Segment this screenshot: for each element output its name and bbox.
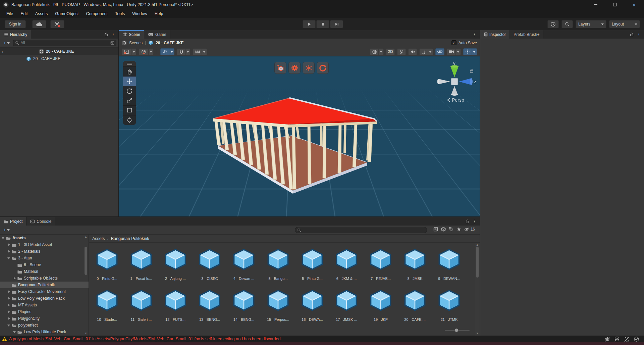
hierarchy-item[interactable]: 20 - CAFE JKE: [0, 55, 118, 62]
auto-refresh-disabled-icon[interactable]: [624, 336, 630, 342]
camera-settings-dropdown[interactable]: [456, 48, 461, 55]
tree-item[interactable]: 6 - Scene: [0, 261, 89, 268]
tree-item[interactable]: Scriptable ObJects: [0, 275, 89, 282]
asset-item[interactable]: 5 - Bangu...: [261, 248, 295, 289]
hidden-packages-toggle[interactable]: 16: [464, 227, 475, 232]
grid-visibility-button[interactable]: [160, 48, 169, 55]
cloud-button[interactable]: [32, 20, 46, 28]
chevron-left-icon[interactable]: ‹: [2, 49, 3, 54]
checkbox-checked-icon[interactable]: ✓: [451, 40, 457, 45]
asset-item[interactable]: 11 - Galeri ...: [124, 289, 158, 330]
gizmos-dropdown[interactable]: [472, 48, 477, 55]
lock-icon[interactable]: [630, 32, 634, 37]
scale-tool[interactable]: [123, 96, 136, 105]
tab-hierarchy[interactable]: Hierarchy: [0, 30, 31, 39]
favorites-star-icon[interactable]: [457, 227, 461, 232]
asset-item[interactable]: 19 - JKP: [364, 289, 398, 330]
overlay-drag-handle[interactable]: [123, 61, 136, 66]
tool-handle-position-dropdown[interactable]: [131, 48, 137, 55]
kebab-menu-icon[interactable]: ⋮: [111, 32, 115, 37]
settings-gear-button[interactable]: [288, 62, 301, 74]
debugger-detached-icon[interactable]: [604, 336, 610, 342]
lock-icon[interactable]: [466, 219, 469, 224]
tool-handle-rotation-button[interactable]: [139, 48, 149, 55]
grid-snapping-button[interactable]: [177, 48, 185, 55]
gizmos-button[interactable]: [463, 48, 472, 55]
scene-header-row[interactable]: ‹ 20 - CAFE JKE: [0, 48, 118, 55]
asset-item[interactable]: 17 - JMSK ...: [329, 289, 364, 330]
asset-item[interactable]: 12 - FUTS...: [158, 289, 193, 330]
asset-item[interactable]: 1 - Pusat Is...: [124, 248, 158, 289]
axis-down-cone[interactable]: [451, 86, 458, 95]
camera-settings-button[interactable]: [447, 48, 456, 55]
asset-item[interactable]: 10 - Stude...: [90, 289, 124, 330]
axis-x-cone[interactable]: [438, 79, 450, 84]
transform-tool[interactable]: [123, 115, 136, 125]
kebab-menu-icon[interactable]: ⋮: [472, 219, 477, 224]
tree-item-assets[interactable]: Assets: [0, 235, 89, 241]
label-tag-icon[interactable]: [449, 227, 453, 232]
tree-item[interactable]: 3 - Atan: [0, 255, 89, 261]
tree-item[interactable]: MT Assets: [0, 302, 89, 308]
minimize-button[interactable]: [586, 0, 605, 9]
grid-snapping-dropdown[interactable]: [185, 48, 191, 55]
asset-item[interactable]: 15 - Perpus...: [261, 289, 295, 330]
kebab-menu-icon[interactable]: ⋮: [472, 32, 477, 37]
effects-button[interactable]: [419, 48, 428, 55]
asset-item[interactable]: 7 - PEJAB...: [364, 248, 398, 289]
status-message[interactable]: A polygon of Mesh 'SM_Veh_Car_Small_01' …: [9, 337, 282, 341]
step-button[interactable]: [330, 20, 343, 28]
breadcrumb-scenes[interactable]: Scenes: [129, 41, 143, 45]
cache-server-disconnected-icon[interactable]: [614, 336, 620, 342]
tree-item[interactable]: 1 - 3D Model Asset: [0, 241, 89, 248]
snap-increment-dropdown[interactable]: [202, 48, 207, 55]
tab-inspector[interactable]: Inspector: [480, 30, 510, 39]
random-rotation-button[interactable]: [303, 62, 315, 74]
building-model[interactable]: [119, 56, 480, 216]
tool-handle-rotation-dropdown[interactable]: [149, 48, 154, 55]
breadcrumb-assets[interactable]: Assets: [92, 236, 105, 241]
auto-save-toggle[interactable]: ✓ Auto Save: [451, 40, 477, 45]
hidden-objects-button[interactable]: [435, 48, 444, 55]
scene-viewport[interactable]: y z Persp: [119, 56, 480, 216]
close-button[interactable]: ×: [625, 0, 644, 9]
asset-item[interactable]: 8 - JMSK: [398, 248, 432, 289]
projection-toggle[interactable]: Persp: [434, 97, 477, 103]
effects-dropdown[interactable]: [428, 48, 433, 55]
menu-assets[interactable]: Assets: [32, 9, 52, 18]
move-tool[interactable]: [123, 76, 136, 86]
tab-scene[interactable]: Scene: [119, 30, 144, 39]
tab-console[interactable]: Console: [26, 217, 55, 226]
lock-icon[interactable]: [104, 32, 108, 37]
asset-item[interactable]: 21 - JTMK: [432, 289, 466, 330]
tab-game[interactable]: Game: [144, 30, 170, 39]
audio-mute-button[interactable]: [408, 48, 417, 55]
shading-mode-button[interactable]: [370, 48, 379, 55]
menu-component[interactable]: Component: [82, 9, 111, 18]
rotate-cw-button[interactable]: [317, 62, 329, 74]
asset-item[interactable]: 20 - CAFE ...: [398, 289, 432, 330]
asset-item[interactable]: 9 - DEWAN...: [432, 248, 466, 289]
project-search-input[interactable]: [295, 227, 427, 233]
add-prefab-button[interactable]: [274, 62, 286, 74]
rect-tool[interactable]: [123, 105, 136, 115]
tree-item[interactable]: Low Poly Vegetation Pack: [0, 295, 89, 302]
axis-y-cone[interactable]: [450, 66, 459, 77]
snap-increment-button[interactable]: [193, 48, 202, 55]
progress-complete-icon[interactable]: [634, 336, 639, 342]
axis-z-cone[interactable]: [459, 78, 471, 85]
menu-gameobject[interactable]: GameObject: [51, 9, 82, 18]
package-icon[interactable]: [441, 227, 446, 232]
tree-item[interactable]: PolygonCity: [0, 315, 89, 322]
asset-item[interactable]: 2 - Anjung ...: [158, 248, 193, 289]
menu-help[interactable]: Help: [151, 9, 167, 18]
asset-item[interactable]: 13 - BENG...: [193, 289, 227, 330]
layout-dropdown[interactable]: Layout: [609, 20, 640, 28]
grid-scrollbar[interactable]: ▲ ▼: [475, 243, 480, 336]
sign-in-button[interactable]: Sign in: [5, 20, 26, 28]
hierarchy-create-button[interactable]: +: [2, 40, 11, 46]
tree-item[interactable]: Plugins: [0, 308, 89, 315]
asset-item[interactable]: 0 - Pintu G...: [90, 248, 124, 289]
menu-window[interactable]: Window: [128, 9, 151, 18]
tool-handle-position-button[interactable]: [122, 48, 131, 55]
